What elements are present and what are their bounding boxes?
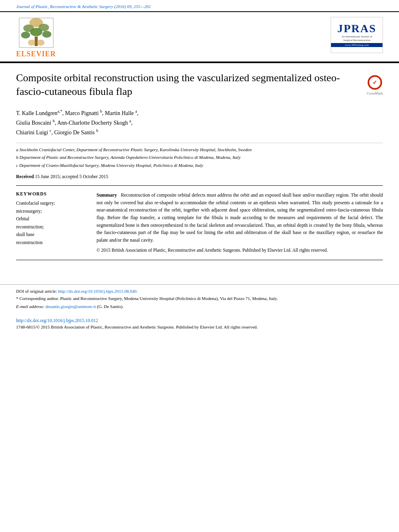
- authors-section: T. Kalle Lundgrena,*, Marco Pignatti b, …: [16, 108, 383, 137]
- abstract-copyright: © 2015 British Association of Plastic, R…: [97, 247, 383, 254]
- svg-point-5: [30, 28, 42, 36]
- svg-point-3: [21, 32, 30, 39]
- received-line: Received 15 June 2015; accepted 5 Octobe…: [16, 174, 383, 179]
- author-1: T. Kalle Lundgren: [16, 110, 58, 116]
- author-2: Marco Pignatti: [65, 110, 99, 116]
- keyword-4: reconstruction;: [16, 224, 44, 229]
- doi-label: DOI of original article:: [16, 289, 57, 294]
- crossmark-badge[interactable]: ✓ CrossMark: [367, 74, 383, 95]
- affiliation-c: c Department of Cranio-Maxillofacial Sur…: [16, 162, 383, 169]
- keyword-6: reconstruction: [16, 240, 43, 245]
- header-section: ELSEVIER JPRAS An International Journal …: [0, 12, 399, 63]
- received-label: Received: [16, 174, 34, 179]
- footer-doi-link[interactable]: http://dx.doi.org/10.1016/j.bjps.2015.10…: [16, 318, 383, 323]
- author-6: Chiarini Luigi: [16, 129, 48, 135]
- jpras-logo: JPRAS An International Journal of Surgic…: [331, 17, 383, 53]
- keywords-title: KEYWORDS: [16, 191, 88, 196]
- page: Journal of Plastic, Reconstructive & Aes…: [0, 0, 399, 532]
- abstract-heading: Summary: [97, 192, 117, 198]
- elsevier-logo: ELSEVIER: [16, 17, 56, 58]
- keyword-5: skull base: [16, 232, 35, 237]
- journal-title: Journal of Plastic, Reconstructive & Aes…: [16, 4, 151, 9]
- authors-line-2: Giulia Boscaini b, Ann-Charlotte Dochert…: [16, 118, 383, 127]
- footer-notes: DOI of original article: http://dx.doi.o…: [0, 284, 399, 315]
- crossmark-label: CrossMark: [367, 91, 383, 95]
- abstract-text: Summary Reconstruction of composite orbi…: [97, 191, 383, 244]
- jpras-subtitle: An International Journal of Surgical Rec…: [340, 34, 374, 43]
- keywords-list: Craniofacial surgery; microsurgery; Orbi…: [16, 199, 88, 246]
- main-content: Composite orbital reconstruction using t…: [0, 63, 399, 276]
- abstract-section: KEYWORDS Craniofacial surgery; microsurg…: [16, 185, 383, 260]
- svg-point-4: [42, 31, 51, 38]
- author-7: Giorgio De Santis: [54, 129, 95, 135]
- svg-rect-6: [35, 37, 38, 46]
- email-suffix: (G. De Santis).: [97, 304, 123, 309]
- email-label: E-mail address:: [16, 304, 44, 309]
- svg-point-7: [28, 39, 35, 45]
- affiliations-section: a Stockholm Craniofacial Center, Departm…: [16, 143, 383, 169]
- doi-line: DOI of original article: http://dx.doi.o…: [16, 289, 383, 294]
- authors-line-3: Chiarini Luigi c, Giorgio De Santis b: [16, 127, 383, 137]
- crossmark-icon: ✓: [367, 74, 383, 90]
- svg-point-8: [37, 39, 45, 45]
- footer-doi-section: http://dx.doi.org/10.1016/j.bjps.2015.10…: [0, 315, 399, 333]
- journal-bar: Journal of Plastic, Reconstructive & Aes…: [0, 0, 399, 12]
- jpras-acronym: JPRAS: [337, 23, 376, 34]
- keyword-3: Orbital: [16, 216, 29, 221]
- elsevier-text: ELSEVIER: [16, 50, 56, 58]
- abstract-body: Reconstruction of composite orbital defe…: [97, 192, 383, 243]
- article-title-section: Composite orbital reconstruction using t…: [16, 71, 383, 102]
- authors-line: T. Kalle Lundgrena,*, Marco Pignatti b, …: [16, 108, 383, 118]
- doi-link[interactable]: http://dx.doi.org/10.1016/j.bjps.2015.08…: [58, 289, 138, 294]
- author-4: Giulia Boscaini: [16, 119, 51, 125]
- jpras-url: www.JPRASurg.com: [331, 43, 383, 47]
- abstract-column: Summary Reconstruction of composite orbi…: [97, 191, 383, 254]
- footer-copyright: 1748-6815/© 2015 British Association of …: [16, 325, 383, 329]
- affiliation-b: b Department of Plastic and Reconstructi…: [16, 154, 383, 161]
- keyword-1: Craniofacial surgery;: [16, 201, 55, 205]
- keyword-2: microsurgery;: [16, 209, 42, 214]
- article-title: Composite orbital reconstruction using t…: [16, 71, 367, 99]
- svg-text:✓: ✓: [372, 80, 377, 86]
- author-5: Ann-Charlotte Docherty Skogh: [57, 119, 128, 125]
- email-address[interactable]: desantis.giorgio@unimore.it: [45, 304, 96, 309]
- email-line: E-mail address: desantis.giorgio@unimore…: [16, 303, 383, 310]
- elsevier-tree-icon: [16, 17, 56, 49]
- received-text: 15 June 2015; accepted 5 October 2015: [35, 174, 108, 179]
- author-3: Martin Halle: [105, 110, 134, 116]
- keywords-column: KEYWORDS Craniofacial surgery; microsurg…: [16, 191, 88, 254]
- corresponding-note: * Corresponding author. Plastic and Reco…: [16, 295, 383, 302]
- affiliation-a: a Stockholm Craniofacial Center, Departm…: [16, 146, 383, 153]
